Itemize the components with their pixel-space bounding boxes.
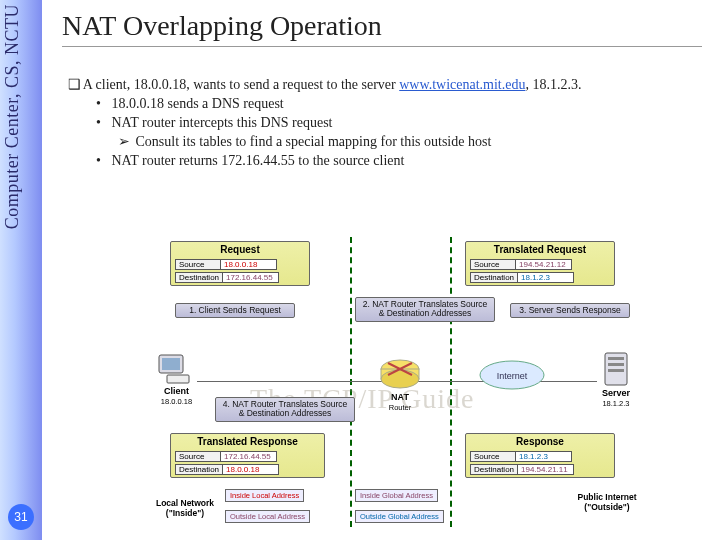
client-computer-icon bbox=[157, 353, 197, 387]
step-3-label: 3. Server Sends Response bbox=[510, 303, 630, 318]
translated-response-box: Translated Response Source172.16.44.55 D… bbox=[170, 433, 325, 478]
kv-key: Source bbox=[175, 451, 221, 462]
bullet-text: 18.0.0.18 sends a DNS request bbox=[112, 96, 284, 111]
title-underline bbox=[62, 46, 702, 47]
kv-val: 18.1.2.3 bbox=[516, 451, 572, 462]
bullet-lvl2-b: • NAT router intercepts this DNS request bbox=[96, 114, 702, 133]
divider-left bbox=[350, 237, 352, 527]
server-icon bbox=[601, 351, 631, 389]
response-title: Response bbox=[466, 434, 614, 449]
kv-key: Source bbox=[175, 259, 221, 270]
kv-val: 172.16.44.55 bbox=[223, 272, 279, 283]
nat-diagram: Request Source18.0.0.18 Destination172.1… bbox=[155, 235, 640, 535]
svg-rect-11 bbox=[608, 357, 624, 360]
kv-val: 18.1.2.3 bbox=[518, 272, 574, 283]
legend-ila: Inside Local Address bbox=[225, 489, 304, 502]
kv-key: Source bbox=[470, 451, 516, 462]
public-internet-label: Public Internet ("Outside") bbox=[569, 493, 645, 513]
sidebar: Computer Center, CS, NCTU 31 bbox=[0, 0, 42, 540]
step-2-label: 2. NAT Router Translates Source & Destin… bbox=[355, 297, 495, 322]
chevron-bullet-icon: ➢ bbox=[118, 133, 132, 152]
bullet-lvl1: ❑ A client, 18.0.0.18, wants to send a r… bbox=[68, 75, 702, 95]
kv-val: 194.54.21.11 bbox=[518, 464, 574, 475]
kv-val: 194.54.21.12 bbox=[516, 259, 572, 270]
bullet-list: ❑ A client, 18.0.0.18, wants to send a r… bbox=[62, 75, 702, 170]
kv-key: Destination bbox=[470, 272, 518, 283]
internet-cloud-icon: Internet bbox=[477, 357, 547, 393]
legend-ola: Outside Local Address bbox=[225, 510, 310, 523]
bullet-text: Consult its tables to find a special map… bbox=[136, 134, 492, 149]
request-title: Request bbox=[171, 242, 309, 257]
local-network-label: Local Network ("Inside") bbox=[145, 499, 225, 519]
kv-val: 18.0.0.18 bbox=[221, 259, 277, 270]
sidebar-label: Computer Center, CS, NCTU bbox=[2, 4, 23, 229]
slide-title: NAT Overlapping Operation bbox=[62, 10, 702, 42]
kv-val: 18.0.0.18 bbox=[223, 464, 279, 475]
bullet-text-pre: A client, 18.0.0.18, wants to send a req… bbox=[83, 77, 399, 92]
svg-rect-13 bbox=[608, 369, 624, 372]
translated-request-title: Translated Request bbox=[466, 242, 614, 257]
translated-request-box: Translated Request Source194.54.21.12 De… bbox=[465, 241, 615, 286]
square-bullet-icon: ❑ bbox=[68, 75, 80, 94]
svg-rect-2 bbox=[167, 375, 189, 383]
slide-content: NAT Overlapping Operation ❑ A client, 18… bbox=[62, 10, 702, 170]
bullet-text: NAT router returns 172.16.44.55 to the s… bbox=[112, 153, 405, 168]
svg-rect-12 bbox=[608, 363, 624, 366]
kv-key: Destination bbox=[175, 464, 223, 475]
client-label: Client18.0.0.18 bbox=[149, 387, 204, 407]
legend-oga: Outside Global Address bbox=[355, 510, 444, 523]
translated-response-title: Translated Response bbox=[171, 434, 324, 449]
legend-iga: Inside Global Address bbox=[355, 489, 438, 502]
bullet-text: NAT router intercepts this DNS request bbox=[112, 115, 333, 130]
kv-key: Destination bbox=[470, 464, 518, 475]
dot-bullet-icon: • bbox=[96, 114, 108, 133]
svg-text:Internet: Internet bbox=[497, 371, 528, 381]
kv-val: 172.16.44.55 bbox=[221, 451, 277, 462]
page-number-badge: 31 bbox=[8, 504, 34, 530]
kv-key: Destination bbox=[175, 272, 223, 283]
response-box: Response Source18.1.2.3 Destination194.5… bbox=[465, 433, 615, 478]
bullet-lvl2-c: • NAT router returns 172.16.44.55 to the… bbox=[96, 152, 702, 171]
divider-right bbox=[450, 237, 452, 527]
bullet-text-post: , 18.1.2.3. bbox=[525, 77, 581, 92]
step-1-label: 1. Client Sends Request bbox=[175, 303, 295, 318]
dot-bullet-icon: • bbox=[96, 152, 108, 171]
bullet-lvl3-a: ➢ Consult its tables to find a special m… bbox=[118, 133, 702, 152]
server-link[interactable]: www.twicenat.mit.edu bbox=[399, 77, 525, 92]
step-4-label: 4. NAT Router Translates Source & Destin… bbox=[215, 397, 355, 422]
bullet-lvl2-a: • 18.0.0.18 sends a DNS request bbox=[96, 95, 702, 114]
server-label: Server18.1.2.3 bbox=[591, 389, 641, 409]
dot-bullet-icon: • bbox=[96, 95, 108, 114]
kv-key: Source bbox=[470, 259, 516, 270]
request-box: Request Source18.0.0.18 Destination172.1… bbox=[170, 241, 310, 286]
svg-rect-1 bbox=[162, 358, 180, 370]
